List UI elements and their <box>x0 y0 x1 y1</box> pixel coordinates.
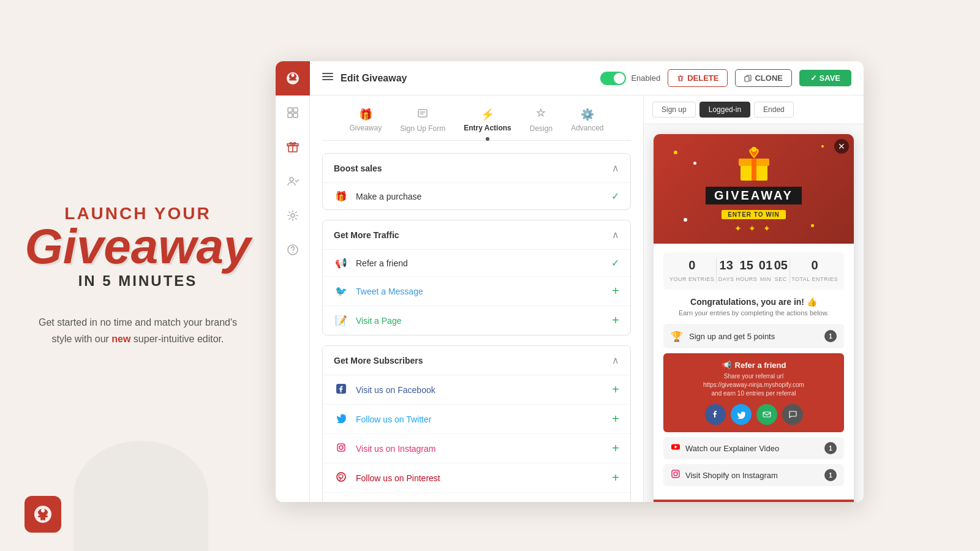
giveaway-tab-icon: 🎁 <box>359 108 372 121</box>
svg-point-14 <box>290 178 293 181</box>
sidebar-item-settings[interactable] <box>283 206 303 225</box>
app-container: Edit Giveaway Enabled DELETE CLONE ✓ SAV… <box>276 61 864 502</box>
signup-badge: 1 <box>824 330 837 342</box>
stat-days-value: 13 <box>718 258 734 272</box>
entry-item-purchase[interactable]: 🎁 Make a purchase ✓ <box>323 183 630 209</box>
confetti-4 <box>684 218 687 222</box>
entry-item-facebook[interactable]: Visit us on Facebook + <box>323 375 630 405</box>
svg-point-3 <box>41 509 45 512</box>
congrats-text: Congratulations, you are in! 👍 <box>663 297 844 307</box>
svg-point-38 <box>674 472 677 476</box>
referral-section: 📢 Refer a friend Share your referral url… <box>663 353 844 432</box>
editor-panel: 🎁 Giveaway Sign Up Form ⚡ Entry Actions <box>310 96 643 502</box>
section-boost-title: Boost sales <box>334 163 382 173</box>
share-buttons <box>671 404 837 425</box>
sidebar-item-dashboard[interactable] <box>283 103 303 122</box>
svg-point-17 <box>292 252 293 253</box>
youtube-plus-icon: + <box>612 500 619 502</box>
svg-point-25 <box>339 446 343 449</box>
action-watch-video[interactable]: Watch our Explainer Video 1 <box>663 437 844 459</box>
earn-text: Earn your entries by completing the acti… <box>663 309 844 317</box>
referral-title: 📢 Refer a friend <box>671 361 837 370</box>
delete-button[interactable]: DELETE <box>668 69 728 87</box>
watch-video-label: Watch our Explainer Video <box>685 444 820 453</box>
svg-rect-22 <box>418 110 427 117</box>
stat-sec-label: SEC <box>775 276 787 282</box>
facebook-plus-icon: + <box>612 383 619 397</box>
section-boost-sales-header[interactable]: Boost sales ∧ <box>323 154 630 182</box>
confetti-1 <box>674 151 677 154</box>
svg-point-27 <box>337 473 345 481</box>
bottom-logo <box>24 496 61 533</box>
stat-divider-2 <box>790 258 790 283</box>
header: Edit Giveaway Enabled DELETE CLONE ✓ SAV… <box>310 61 864 96</box>
sidebar-item-help[interactable] <box>283 240 303 260</box>
sidebar-item-contacts[interactable] <box>283 171 303 191</box>
entry-item-visit-page[interactable]: 📝 Visit a Page + <box>323 306 630 335</box>
video-badge: 1 <box>824 442 837 454</box>
content-area: 🎁 Giveaway Sign Up Form ⚡ Entry Actions <box>310 96 864 502</box>
tab-design-label: Design <box>530 124 552 133</box>
insta-badge: 1 <box>824 469 837 481</box>
preview-tab-loggedin[interactable]: Logged-in <box>699 102 750 118</box>
stat-total-entries-label: Total entries <box>791 276 838 282</box>
share-message-button[interactable] <box>782 404 803 425</box>
menu-icon[interactable] <box>322 71 333 85</box>
pinterest-plus-icon: + <box>612 471 619 485</box>
entry-item-twitter[interactable]: Follow us on Twitter + <box>323 405 630 434</box>
entry-item-youtube[interactable]: Visit a YouTube Channel + <box>323 493 630 502</box>
section-subscribers: Get More Subscribers ∧ Visit us on Faceb… <box>322 345 631 502</box>
svg-point-9 <box>291 74 294 77</box>
tab-advanced[interactable]: ⚙️ Advanced <box>571 108 603 133</box>
entry-item-tweet[interactable]: 🐦 Tweet a Message + <box>323 277 630 306</box>
tab-entry[interactable]: ⚡ Entry Actions <box>464 108 511 133</box>
entry-item-pinterest[interactable]: Follow us on Pinterest + <box>323 463 630 493</box>
share-facebook-button[interactable] <box>705 404 726 425</box>
confetti-3 <box>821 145 824 148</box>
svg-rect-21 <box>745 77 749 81</box>
purchase-icon: 🎁 <box>334 190 349 202</box>
preview-tabs: Sign up Logged-in Ended <box>644 96 864 124</box>
preview-tab-signup[interactable]: Sign up <box>652 102 696 118</box>
svg-point-39 <box>677 471 679 473</box>
save-button[interactable]: ✓ SAVE <box>799 70 851 86</box>
section-subscribers-header[interactable]: Get More Subscribers ∧ <box>323 346 630 375</box>
tab-signup[interactable]: Sign Up Form <box>400 108 445 133</box>
section-traffic-header[interactable]: Get More Traffic ∧ <box>323 220 630 249</box>
widget-close-button[interactable]: ✕ <box>834 139 849 154</box>
section-subscribers-title: Get More Subscribers <box>334 356 423 365</box>
tab-giveaway[interactable]: 🎁 Giveaway <box>349 108 382 133</box>
launch-title: LAUNCH YOUR Giveaway IN 5 MINUTES <box>24 204 251 290</box>
svg-rect-10 <box>288 108 292 112</box>
action-visit-instagram[interactable]: Visit Shopify on Instagram 1 <box>663 464 844 486</box>
preview-tab-ended[interactable]: Ended <box>754 102 794 118</box>
stat-sec-value: 05 <box>774 258 788 272</box>
widget-stats: 0 Your entries 13 DAYS 15 <box>663 252 844 290</box>
svg-rect-37 <box>672 470 679 478</box>
stat-divider-1 <box>716 258 717 283</box>
enabled-toggle[interactable] <box>600 72 626 85</box>
design-tab-icon <box>535 108 546 122</box>
visit-page-plus-icon: + <box>612 313 619 328</box>
widget-body: 0 Your entries 13 DAYS 15 <box>654 244 854 500</box>
svg-point-15 <box>291 214 295 217</box>
action-signup-points[interactable]: 🏆 Sign up and get 5 points 1 <box>663 324 844 348</box>
in-5-min-text: IN 5 MINUTES <box>24 272 251 290</box>
advanced-tab-icon: ⚙️ <box>581 108 594 121</box>
confetti-5 <box>811 224 814 227</box>
entry-item-instagram[interactable]: Visit us on Instagram + <box>323 434 630 463</box>
clone-button[interactable]: CLONE <box>735 69 792 87</box>
widget-footer[interactable]: 🎁 Giveaway <box>654 500 854 502</box>
sidebar-item-giveaways[interactable] <box>283 137 303 157</box>
tab-design[interactable]: Design <box>530 108 552 133</box>
stat-hours-value: 15 <box>736 258 757 272</box>
new-keyword: new <box>111 334 130 344</box>
tab-giveaway-label: Giveaway <box>349 124 382 132</box>
share-email-button[interactable] <box>756 404 777 425</box>
section-boost-sales: Boost sales ∧ 🎁 Make a purchase ✓ <box>322 153 631 210</box>
share-twitter-button[interactable] <box>731 404 752 425</box>
entry-item-refer[interactable]: 📢 Refer a friend ✓ <box>323 250 630 277</box>
svg-rect-11 <box>293 108 298 112</box>
section-traffic-body: 📢 Refer a friend ✓ 🐦 Tweet a Message + 📝… <box>323 249 630 335</box>
insta-icon <box>671 469 680 481</box>
